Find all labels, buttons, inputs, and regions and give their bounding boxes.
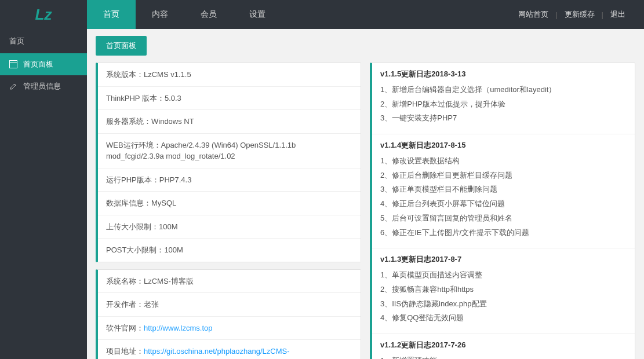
system-info-card: 系统版本：LzCMS v1.1.5 ThinkPHP 版本：5.0.3 服务器系… bbox=[96, 63, 361, 262]
changelog-title: v1.1.5更新日志2018-3-13 bbox=[380, 69, 627, 79]
main-content: 首页面板 系统版本：LzCMS v1.1.5 ThinkPHP 版本：5.0.3… bbox=[87, 29, 644, 359]
web-env: WEB运行环境：Apache/2.4.39 (Win64) OpenSSL/1.… bbox=[98, 134, 361, 168]
svg-rect-0 bbox=[10, 61, 17, 68]
changelog-item: 1、新增后台编辑器自定义选择（umeditor和layedit） bbox=[380, 83, 627, 97]
logo: Lz bbox=[0, 0, 87, 29]
changelog-item: 4、修正后台列表页小屏幕下错位问题 bbox=[380, 197, 627, 211]
changelog-item: 3、一键安装支持PHP7 bbox=[380, 111, 627, 126]
breadcrumb: 首页 bbox=[0, 29, 87, 53]
changelog-item: 1、单页模型页面描述内容调整 bbox=[380, 268, 627, 283]
link-logout[interactable]: 退出 bbox=[603, 9, 632, 20]
changelog-title: v1.1.4更新日志2017-8-15 bbox=[380, 140, 627, 151]
about-author: 开发作者：老张 bbox=[98, 293, 361, 317]
about-repo: 项目地址：https://git.oschina.net/phplaozhang… bbox=[98, 340, 361, 359]
changelog-block: v1.1.5更新日志2018-3-131、新增后台编辑器自定义选择（umedit… bbox=[372, 63, 635, 134]
nav-member[interactable]: 会员 bbox=[184, 0, 233, 29]
changelog-item: 1、新增置顶功能 bbox=[380, 354, 627, 359]
sidebar: 首页 首页面板 管理员信息 bbox=[0, 29, 87, 359]
nav-content[interactable]: 内容 bbox=[136, 0, 184, 29]
top-nav: 首页 内容 会员 设置 bbox=[87, 0, 282, 29]
changelog-item: 2、新增PHP版本过低提示，提升体验 bbox=[380, 97, 627, 112]
sys-version: 系统版本：LzCMS v1.1.5 bbox=[98, 63, 361, 87]
changelog-item: 3、修正单页模型栏目不能删除问题 bbox=[380, 182, 627, 197]
changelog-title: v1.1.2更新日志2017-7-26 bbox=[380, 340, 627, 350]
nav-home[interactable]: 首页 bbox=[87, 0, 136, 29]
changelog-item: 2、搜狐畅言兼容http和https bbox=[380, 283, 627, 297]
post-limit: POST大小限制：100M bbox=[98, 239, 361, 262]
changelog-item: 5、后台可设置留言回复的管理员和姓名 bbox=[380, 211, 627, 226]
pencil-icon bbox=[9, 82, 17, 90]
changelog-title: v1.1.3更新日志2017-8-7 bbox=[380, 254, 627, 265]
sidebar-item-dashboard[interactable]: 首页面板 bbox=[0, 53, 87, 75]
nav-settings[interactable]: 设置 bbox=[233, 0, 282, 29]
header: Lz 首页 内容 会员 设置 网站首页 | 更新缓存 | 退出 bbox=[0, 0, 644, 29]
server-os: 服务器系统：Windows NT bbox=[98, 110, 361, 134]
changelog-item: 6、修正在IE下上传图片/文件提示下载的问题 bbox=[380, 226, 627, 240]
link-refresh-cache[interactable]: 更新缓存 bbox=[558, 9, 602, 20]
php-version: 运行PHP版本：PHP7.4.3 bbox=[98, 168, 361, 192]
changelog-block: v1.1.4更新日志2017-8-151、修改设置表数据结构2、修正后台删除栏目… bbox=[372, 134, 635, 248]
changelog-block: v1.1.2更新日志2017-7-261、新增置顶功能2、图集多图上传支持多选上… bbox=[372, 334, 635, 359]
about-site: 软件官网：http://www.lzcms.top bbox=[98, 317, 361, 340]
changelog-item: 3、IIS伪静态隐藏index.php配置 bbox=[380, 297, 627, 312]
sidebar-item-label: 首页面板 bbox=[23, 59, 53, 69]
changelog-item: 1、修改设置表数据结构 bbox=[380, 154, 627, 168]
header-right: 网站首页 | 更新缓存 | 退出 bbox=[511, 0, 644, 29]
logo-text: Lz bbox=[35, 6, 52, 24]
tab-dashboard[interactable]: 首页面板 bbox=[96, 36, 147, 56]
db-info: 数据库信息：MySQL bbox=[98, 192, 361, 215]
site-link[interactable]: http://www.lzcms.top bbox=[144, 324, 212, 332]
about-name: 系统名称：LzCMS-博客版 bbox=[98, 270, 361, 294]
changelog-item: 4、修复QQ登陆无效问题 bbox=[380, 311, 627, 325]
changelog-block: v1.1.3更新日志2017-8-71、单页模型页面描述内容调整2、搜狐畅言兼容… bbox=[372, 248, 635, 334]
link-site-home[interactable]: 网站首页 bbox=[511, 9, 555, 20]
changelog-item: 2、修正后台删除栏目更新栏目缓存问题 bbox=[380, 168, 627, 183]
about-card: 系统名称：LzCMS-博客版 开发作者：老张 软件官网：http://www.l… bbox=[96, 269, 361, 360]
changelog-card: v1.1.5更新日志2018-3-131、新增后台编辑器自定义选择（umedit… bbox=[370, 63, 635, 359]
upload-limit: 上传大小限制：100M bbox=[98, 215, 361, 239]
thinkphp-version: ThinkPHP 版本：5.0.3 bbox=[98, 87, 361, 111]
sidebar-item-admin-info[interactable]: 管理员信息 bbox=[0, 75, 87, 97]
sidebar-item-label: 管理员信息 bbox=[23, 81, 61, 91]
panel-icon bbox=[9, 60, 17, 68]
